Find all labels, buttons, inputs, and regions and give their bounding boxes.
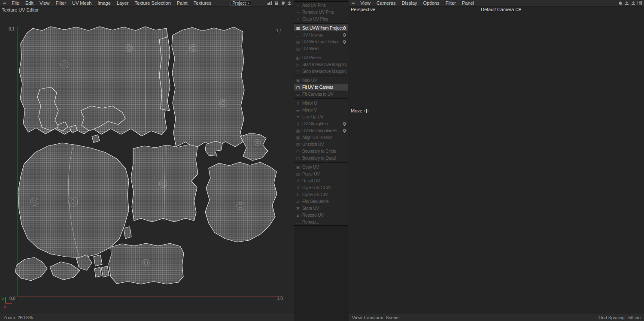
import-icon[interactable] [624, 0, 629, 6]
uv-island[interactable] [101, 266, 109, 277]
cmd-label: Stop Interactive Mapping [302, 69, 346, 74]
gear-icon[interactable] [343, 122, 346, 126]
gear-icon[interactable] [343, 33, 346, 37]
uv-peeler-icon: ◧ [295, 55, 301, 60]
cmd-flip-sequence[interactable]: ⇄Flip Sequence [294, 198, 348, 205]
view-mode-label[interactable]: Perspective [351, 7, 375, 12]
cmd-clear-uv-pins[interactable]: ×Clear UV Pins [294, 15, 348, 22]
uv-unwrap-icon: ▱ [295, 33, 301, 37]
hamburger-icon[interactable]: ≡ [349, 0, 357, 6]
cmd-fit-uv-to-canvas[interactable]: ▢Fit UV to Canvas [294, 84, 348, 91]
viewport-menubar: ≡ View Cameras Display Options Filter Pa… [349, 0, 644, 6]
menu-vp-filter[interactable]: Filter [443, 0, 459, 6]
cmd-add-uv-pins[interactable]: +Add UV Pins [294, 2, 348, 9]
cmd-reset-uv[interactable]: ↺Reset UV [294, 177, 348, 184]
hand-icon[interactable] [280, 0, 286, 6]
cmd-stop-interactive-mapping[interactable]: ◻Stop Interactive Mapping [294, 68, 348, 75]
menu-vp-view[interactable]: View [357, 0, 374, 6]
gear-icon[interactable] [343, 40, 346, 44]
cmd-label: Mirror V [302, 108, 346, 112]
cmd-mirror-v[interactable]: ▬Mirror V [294, 106, 348, 113]
mirror-v-icon: ▬ [295, 108, 301, 112]
cmd-store-uv[interactable]: ▼Store UV [294, 205, 348, 212]
menu-textures[interactable]: Textures [191, 0, 215, 6]
menu-vp-panel[interactable]: Panel [459, 0, 477, 6]
uv-island[interactable] [94, 267, 101, 277]
add-uv-pins-icon: + [295, 3, 301, 8]
menu-texture-selection[interactable]: Texture Selection [131, 0, 173, 6]
menu-vp-cameras[interactable]: Cameras [374, 0, 399, 6]
cmd-uv-weld[interactable]: ▥UV Weld [294, 45, 348, 52]
menu-file[interactable]: File [9, 0, 22, 6]
cmd-label: Clear UV Pins [302, 17, 346, 21]
cmd-boundary-to-circle[interactable]: ○Boundary to Circle [294, 148, 348, 154]
3d-viewport: ≡ View Cameras Display Options Filter Pa… [349, 0, 644, 321]
gear-icon[interactable] [343, 129, 346, 133]
cmd-uv-straighten[interactable]: ∥UV Straighten [294, 120, 348, 127]
menu-vp-display[interactable]: Display [399, 0, 420, 6]
cmd-label: Line Up UV [302, 115, 346, 119]
cmd-mirror-u[interactable]: ▯Mirror U [294, 100, 348, 106]
separator [294, 52, 348, 54]
hand-icon[interactable] [618, 0, 623, 6]
cmd-uv-rectangularize[interactable]: ▦UV Rectangularize [294, 127, 348, 134]
cmd-set-uvw-from-projection[interactable]: ▦Set UVW from Projection [294, 24, 348, 31]
cmd-label: Paste UV [302, 172, 346, 176]
chart-icon[interactable] [267, 0, 273, 6]
cmd-cycle-uv-ccw[interactable]: ↺Cycle UV CCW [294, 184, 348, 191]
cmd-boundary-to-quad[interactable]: □Boundary to Quad [294, 154, 348, 161]
uv-island[interactable] [131, 145, 198, 222]
import-icon[interactable] [287, 0, 292, 6]
uv-island[interactable] [92, 135, 100, 142]
zoom-level: Zoom: 260.8% [3, 315, 33, 320]
uv-island[interactable] [18, 143, 129, 258]
menu-edit[interactable]: Edit [22, 0, 36, 6]
camera-icon [516, 7, 521, 12]
uv-island[interactable] [94, 255, 102, 266]
menu-view[interactable]: View [36, 0, 53, 6]
cmd-fit-canvas-to-uv[interactable]: ▭Fit Canvas to UV [294, 91, 348, 97]
restore-uv-icon: ▲ [295, 213, 301, 218]
max-uv-icon: ▣ [295, 78, 301, 83]
u-axis-label: U [4, 305, 6, 309]
cmd-label: UV Straighten [302, 121, 343, 126]
menu-uv-mesh[interactable]: UV Mesh [69, 0, 94, 6]
menu-image[interactable]: Image [94, 0, 114, 6]
grid-icon[interactable] [637, 0, 642, 6]
menu-vp-options[interactable]: Options [420, 0, 443, 6]
uv-island[interactable] [124, 227, 131, 239]
cmd-unstitch-uv[interactable]: ▧Unstitch UV [294, 141, 348, 148]
import-icon[interactable] [631, 0, 636, 6]
cmd-remap[interactable]: …Remap... [294, 218, 348, 225]
move-icon [364, 109, 369, 113]
menu-paint[interactable]: Paint [174, 0, 191, 6]
project-dropdown[interactable]: Project ▾ [230, 0, 251, 6]
cmd-remove-uv-pins[interactable]: −Remove UV Pins [294, 9, 348, 15]
grid-spacing-status: Grid Spacing : 50 cm [598, 315, 641, 320]
mirror-u-icon: ▯ [295, 101, 301, 106]
uv-canvas[interactable]: V U [0, 6, 294, 314]
menu-layer[interactable]: Layer [114, 0, 132, 6]
v-axis-label: V [2, 297, 4, 301]
cmd-restore-uv[interactable]: ▲Restore UV [294, 212, 348, 218]
menu-filter[interactable]: Filter [53, 0, 69, 6]
camera-label[interactable]: Default Camera [481, 7, 521, 12]
separator [294, 161, 348, 164]
cmd-line-up-uv[interactable]: ≡Line Up UV [294, 113, 348, 120]
uv-island[interactable] [172, 27, 244, 148]
cmd-label: Reset UV [302, 179, 346, 183]
cmd-copy-uv[interactable]: ▣Copy UV [294, 164, 348, 170]
hamburger-icon[interactable]: ≡ [0, 0, 9, 6]
cmd-cycle-uv-cw[interactable]: ↻Cycle UV CW [294, 191, 348, 198]
cmd-max-uv[interactable]: ▣Max UV [294, 77, 348, 84]
cmd-uv-peeler[interactable]: ◧UV Peeler [294, 54, 348, 61]
cmd-start-interactive-mapping[interactable]: ▷Start Interactive Mapping [294, 61, 348, 68]
lock-icon[interactable] [274, 0, 279, 6]
remove-uv-pins-icon: − [295, 10, 301, 15]
cmd-paste-uv[interactable]: ▤Paste UV [294, 170, 348, 177]
uv-island[interactable] [109, 243, 184, 284]
cmd-uv-unwrap[interactable]: ▱UV Unwrap [294, 31, 348, 38]
gear-icon[interactable] [343, 26, 346, 30]
cmd-align-uv-islands[interactable]: ▩Align UV Islands [294, 134, 348, 141]
cmd-uv-weld-and-relax[interactable]: ▤UV Weld and Relax [294, 38, 348, 45]
